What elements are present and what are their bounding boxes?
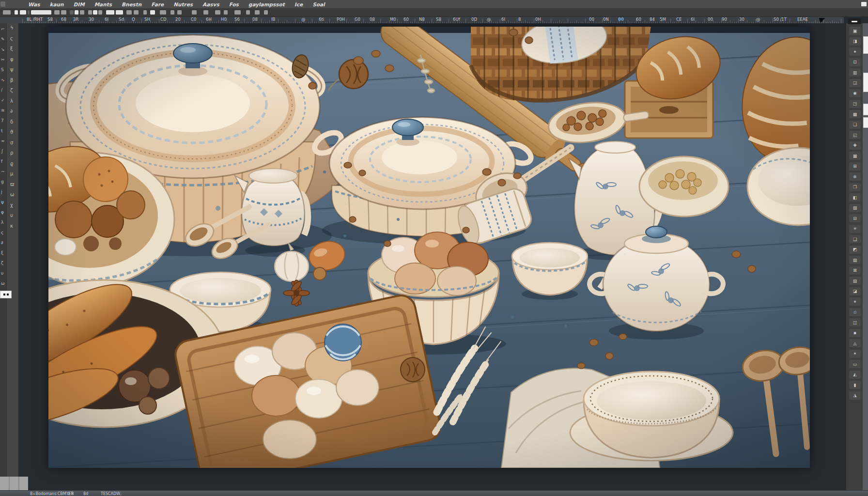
tool-icon[interactable]: χ (10, 203, 13, 208)
tool-icon[interactable]: ∂ (10, 109, 13, 114)
panel-icon[interactable]: ⊟ (849, 214, 861, 222)
toolbar-icon[interactable] (255, 10, 260, 15)
menu-item[interactable]: kaun (45, 1, 69, 7)
menu-item[interactable]: gaylampssot (244, 1, 290, 7)
tool-icon[interactable]: ψ (1, 200, 4, 204)
toolbar-icon[interactable] (246, 10, 250, 15)
docked-panel-thumbnail[interactable] (863, 73, 868, 92)
menu-item[interactable]: Ice (290, 1, 308, 7)
tool-icon[interactable]: ϟ (10, 26, 14, 31)
tool-icon[interactable]: φ (10, 57, 14, 62)
collapse-panels-button[interactable] (848, 18, 861, 24)
tool-icon[interactable]: ≋ (1, 108, 5, 113)
panel-icon[interactable]: ◬ (849, 339, 861, 347)
toolbar-icon[interactable] (54, 10, 60, 15)
panel-icon[interactable]: ❑ (849, 235, 861, 243)
panel-icon[interactable]: ▧ (849, 256, 861, 264)
panel-icon[interactable]: ⊞ (849, 162, 861, 170)
menu-item[interactable]: Soal (308, 1, 329, 7)
menu-item[interactable]: Was (23, 1, 45, 7)
menu-item[interactable]: Bnestn (117, 1, 146, 7)
toolbar-icon[interactable] (70, 10, 74, 15)
panel-icon[interactable]: ◭ (849, 371, 861, 379)
tool-icon[interactable]: ϖ (10, 182, 14, 187)
menu-item[interactable]: Nutres (169, 1, 198, 7)
toolbar-icon[interactable] (203, 10, 208, 15)
docked-panel-thumbnail[interactable] (863, 117, 868, 128)
toolbar-icon[interactable] (150, 10, 155, 15)
tool-icon[interactable]: ∂ (1, 240, 3, 245)
canvas-image[interactable] (48, 27, 810, 468)
tool-icon[interactable]: ✎ (1, 37, 5, 42)
panel-icon[interactable]: ◮ (849, 391, 861, 400)
toolbar-icon[interactable] (134, 10, 139, 15)
toolbar-icon[interactable] (106, 10, 114, 15)
panel-icon[interactable]: ◫ (849, 318, 861, 326)
toolbar-icon[interactable] (98, 10, 102, 15)
tool-icon[interactable]: ρ (10, 151, 13, 155)
tool-icon[interactable]: σ (10, 140, 13, 145)
panel-icon[interactable]: ✦ (849, 47, 861, 56)
tool-icon[interactable]: ξ (10, 46, 13, 51)
tool-icon[interactable]: f (1, 159, 2, 164)
panel-icon[interactable]: ❏ (849, 121, 861, 129)
toolbar-icon[interactable] (126, 10, 132, 15)
panel-icon[interactable]: ✚ (849, 141, 861, 150)
tool-icon[interactable]: ς (1, 230, 3, 235)
tool-icon[interactable]: ✂ (1, 57, 5, 62)
toolbar-icon[interactable] (143, 10, 147, 15)
panel-icon[interactable]: ▨ (849, 204, 861, 212)
panel-icon[interactable]: ✳ (849, 225, 861, 233)
toolbar-icon[interactable] (116, 10, 123, 15)
panel-icon[interactable]: ⊠ (849, 266, 861, 275)
tool-icon[interactable]: ✓ (1, 98, 5, 103)
menu-item[interactable]: Fos (224, 1, 244, 7)
panel-icon[interactable]: ◳ (849, 100, 861, 108)
menu-item[interactable]: Fare (146, 1, 169, 7)
panel-icon[interactable]: ◩ (849, 246, 861, 254)
panel-icon[interactable]: ▥ (849, 68, 861, 77)
panel-icon[interactable]: ▣ (849, 27, 861, 35)
menu-item[interactable]: Mants (90, 1, 117, 7)
tool-icon[interactable]: υ (1, 271, 3, 276)
panel-icon[interactable]: ▮ (849, 381, 861, 389)
tool-icon[interactable]: S (1, 67, 4, 72)
menu-item[interactable]: DIM (69, 1, 90, 7)
panel-icon[interactable]: ⊡ (849, 58, 861, 66)
tool-icon[interactable]: 7 (1, 118, 4, 123)
docked-panel-thumbnail[interactable] (863, 104, 868, 115)
tool-icon[interactable]: ω (1, 281, 5, 286)
tool-icon[interactable]: ~ (1, 169, 5, 174)
panel-icon[interactable]: ❐ (849, 183, 861, 191)
tool-icon[interactable]: μ (10, 171, 13, 176)
panel-icon[interactable]: ▪ (849, 329, 861, 337)
panel-icon[interactable]: ◧ (849, 193, 861, 202)
tool-icon[interactable]: ⌐ (1, 27, 5, 31)
tool-icon[interactable]: κ (10, 224, 13, 229)
toolbar-icon[interactable] (61, 10, 66, 15)
tool-icon[interactable]: ω (10, 192, 14, 197)
tool-icon[interactable]: ϱ (10, 161, 13, 166)
toolbar-icon[interactable] (160, 10, 166, 15)
tool-icon[interactable]: ψ (10, 67, 14, 72)
toolbar-icon[interactable] (20, 10, 26, 15)
panel-icon[interactable]: ✴ (849, 350, 861, 358)
tool-icon[interactable]: ϛ (10, 36, 13, 41)
panel-icon[interactable]: ◲ (849, 79, 861, 87)
toolbar-icon[interactable] (80, 10, 84, 15)
tool-icon[interactable]: δ (10, 120, 13, 124)
tool-icon[interactable]: / (1, 88, 2, 93)
tool-icon[interactable]: ≈ (1, 139, 5, 143)
tool-icon[interactable]: ϑ (10, 130, 13, 135)
tool-icon[interactable]: ∿ (1, 78, 5, 82)
tool-icon[interactable]: λ (1, 220, 3, 225)
toolbar-icon[interactable] (88, 10, 92, 15)
panel-icon[interactable]: ▦ (849, 152, 861, 160)
panel-icon[interactable]: ▤ (849, 277, 861, 285)
tool-icon[interactable]: β (10, 78, 13, 83)
docked-panel-thumbnail[interactable] (863, 36, 868, 54)
tool-icon[interactable]: t (1, 128, 3, 133)
panel-icon[interactable]: ✶ (849, 297, 861, 306)
tool-icon[interactable]: ↘ (1, 47, 5, 52)
toolbar-icon[interactable] (93, 10, 97, 15)
